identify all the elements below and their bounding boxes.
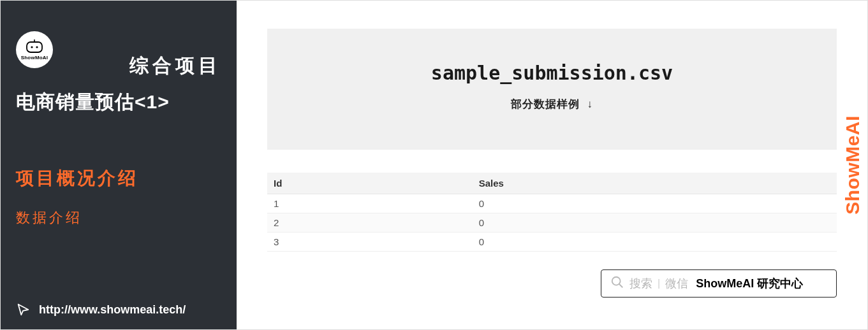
subtitle-text: 部分数据样例 [511,98,580,110]
svg-point-2 [36,46,38,48]
sidebar: ShowMoAI 综合项目 电商销量预估<1> 项目概况介绍 数据介绍 http… [1,1,237,329]
sidebar-footer: http://www.showmeai.tech/ [16,303,186,317]
cell-sales: 0 [473,213,837,233]
cursor-icon [16,303,30,317]
table-row: 2 0 [267,213,837,233]
robot-icon [25,39,44,54]
search-label-1: 搜索 [629,276,652,291]
footer-link[interactable]: http://www.showmeai.tech/ [39,303,186,317]
file-card: sample_submission.csv 部分数据样例 ↓ [267,29,837,150]
table-row: 3 0 [267,233,837,252]
card-subtitle: 部分数据样例 ↓ [280,97,824,111]
cell-sales: 0 [473,194,837,213]
sidebar-title-1: 综合项目 [68,53,221,79]
brand-logo: ShowMoAI [16,31,53,68]
search-icon [610,275,624,292]
col-sales: Sales [473,173,837,194]
table-row: 1 0 [267,194,837,213]
sidebar-nav: 项目概况介绍 数据介绍 [16,166,221,227]
divider: | [658,278,660,289]
svg-line-5 [619,284,623,288]
main-content: sample_submission.csv 部分数据样例 ↓ Id Sales … [237,1,867,329]
svg-rect-0 [27,42,42,52]
data-table: Id Sales 1 0 2 0 3 0 [267,173,837,252]
search-bold: ShowMeAI 研究中心 [696,276,803,291]
search-label-2: 微信 [665,276,688,291]
svg-point-4 [612,277,621,285]
nav-item-data-intro[interactable]: 数据介绍 [16,208,221,227]
logo-title-row: ShowMoAI 综合项目 [16,31,221,79]
sidebar-titles: 综合项目 [68,31,221,79]
nav-item-overview[interactable]: 项目概况介绍 [16,166,221,190]
col-id: Id [267,173,473,194]
cell-id: 3 [267,233,473,252]
brand-watermark: ShowMeAI [842,115,864,215]
sidebar-title-2: 电商销量预估<1> [16,89,221,115]
cell-sales: 0 [473,233,837,252]
file-name: sample_submission.csv [280,62,824,84]
cell-id: 1 [267,194,473,213]
logo-text: ShowMoAI [21,55,48,61]
svg-point-1 [31,46,33,48]
cell-id: 2 [267,213,473,233]
down-arrow-icon: ↓ [587,98,594,110]
wechat-search-box[interactable]: 搜索 | 微信 ShowMeAI 研究中心 [601,269,837,298]
table-header-row: Id Sales [267,173,837,194]
